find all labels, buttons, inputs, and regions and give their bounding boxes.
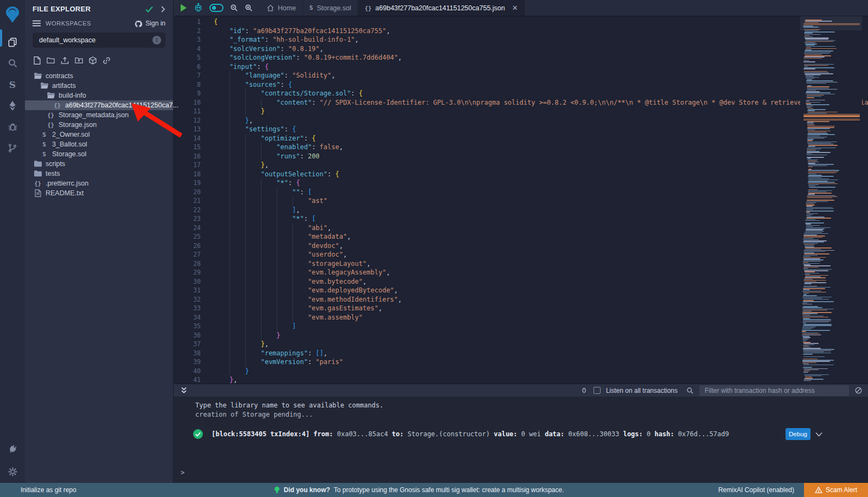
minimap-line [803,316,824,316]
code-line: 4"solcVersion": "0.8.19", [174,44,868,54]
file-explorer-icon[interactable] [0,31,25,53]
upload-folder-icon[interactable] [75,56,83,65]
minimap-line [806,96,821,97]
git-init-status[interactable]: Initialize as git repo [21,486,76,494]
tree-item[interactable]: S3_Ballot.sol [25,139,173,149]
minimap-line [804,52,831,53]
terminal-prompt[interactable]: > [181,469,184,476]
minimap-line [808,164,834,164]
copilot-status[interactable]: RemixAI Copilot (enabled) [718,486,794,494]
minimap-line [807,106,813,106]
tx-expand-chevron-icon[interactable] [815,432,822,437]
minimap-line [803,356,825,357]
settings-gear-icon[interactable] [0,460,25,483]
tree-item[interactable]: {}a69b43f277ba20fcac141151250ca7... [25,100,173,110]
minimap-line [804,36,813,37]
code-line: 15"enabled": false, [174,143,868,152]
code-line: 1{ [174,17,868,27]
listen-transactions-label: Listen on all transactions [606,387,678,394]
tree-item[interactable]: {}Storage.json [25,120,173,130]
minimap[interactable] [800,16,862,384]
minimap-line [803,257,826,258]
tree-item-label: build-info [59,92,86,99]
minimap-line [805,43,817,44]
tree-item[interactable]: artifacts [25,81,173,91]
link-icon[interactable] [103,56,111,65]
new-file-icon[interactable] [34,56,41,65]
minimap-line [806,101,809,101]
tree-item[interactable]: contracts [25,71,173,81]
zoom-in-icon[interactable] [245,4,253,12]
git-icon[interactable] [0,137,25,158]
upload-file-icon[interactable] [61,56,69,65]
minimap-line [803,58,822,59]
minimap-line [803,261,821,262]
minimap-line [806,206,813,206]
remixai-robot-icon[interactable] [194,3,203,12]
deploy-and-run-icon[interactable] [0,95,25,116]
workspace-select[interactable]: default_workspace ▲▼ [33,33,165,48]
minimap-line [803,280,826,281]
close-tab-icon[interactable]: ✕ [512,4,518,12]
minimap-line [805,246,814,247]
tab-storage-sol[interactable]: S Storage.sol [303,0,358,16]
minimap-line [802,309,834,309]
debug-button[interactable]: Debug [786,428,810,440]
panel-chevron-icon[interactable] [161,6,165,12]
scam-alert-button[interactable]: Scam Alert [804,483,868,497]
minimap-line [803,300,814,301]
minimap-line [806,211,834,211]
search-icon[interactable] [0,53,25,74]
workspaces-menu-icon[interactable] [33,20,41,27]
run-script-icon[interactable] [180,4,187,12]
tab-build-info-json[interactable]: {} a69b43f277ba20fcac141151250ca755.json… [358,0,525,16]
plugin-manager-icon[interactable] [0,437,25,460]
copilot-toggle[interactable] [209,4,224,12]
tree-item[interactable]: build-info [25,91,173,100]
minimap-line [804,279,813,279]
tree-item-label: a69b43f277ba20fcac141151250ca7... [65,101,178,109]
tree-item[interactable]: SStorage.sol [25,149,173,159]
minimap-line [807,130,815,130]
code-line: 9"contracts/Storage.sol": { [174,89,868,98]
transaction-filter-input[interactable] [699,385,849,396]
terminal-output[interactable]: Type the library name to see available c… [174,397,868,483]
remix-logo-icon[interactable] [0,3,25,27]
workspace-selected-value: default_workspace [39,36,95,44]
code-editor[interactable]: 1{2"id": "a69b43f277ba20fcac141151250ca7… [174,16,868,384]
debugger-icon[interactable] [0,116,25,137]
github-sign-in-button[interactable]: Sign in [135,20,165,27]
minimap-line [806,208,834,209]
minimap-line [806,44,815,45]
tab-home[interactable]: Home [260,0,303,16]
solidity-compiler-icon[interactable]: S [0,74,25,95]
minimap-line [807,148,836,148]
code-line: 24"abi", [174,224,868,233]
tree-item[interactable]: README.txt [25,188,173,198]
minimap-line [803,114,860,114]
tree-item[interactable]: tests [25,169,173,179]
minimap-line [802,336,809,336]
minimap-line [807,126,835,126]
zoom-out-icon[interactable] [230,4,238,12]
minimap-line [802,304,812,304]
tree-item-label: tests [46,170,60,177]
tree-item[interactable]: {}.prettierrc.json [25,179,173,188]
tree-item[interactable]: {}Storage_metadata.json [25,110,173,120]
minimap-line [803,380,811,381]
minimap-line [802,327,816,327]
minimap-line [804,53,829,54]
minimap-line [807,89,837,90]
listen-transactions-checkbox[interactable] [593,387,601,394]
expand-terminal-icon[interactable] [181,387,187,394]
ipfs-cube-icon[interactable] [89,56,97,65]
clear-terminal-icon[interactable] [854,386,863,394]
tree-item[interactable]: scripts [25,159,173,169]
minimap-line [804,29,820,30]
code-line: 33"evm.gasEstimates", [174,304,868,313]
new-folder-icon[interactable] [47,56,55,65]
tree-item[interactable]: S2_Owner.sol [25,130,173,139]
minimap-line [806,92,831,93]
minimap-line [808,173,836,173]
transaction-log-row[interactable]: [block:5583405 txIndex:4] from: 0xa03...… [193,429,868,439]
